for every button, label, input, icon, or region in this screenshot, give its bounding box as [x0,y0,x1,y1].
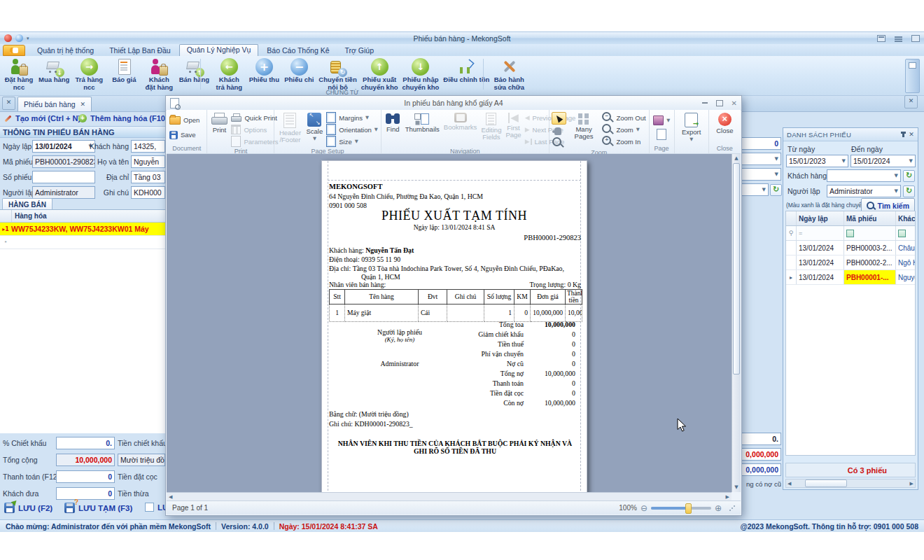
restore-window-icon[interactable] [911,35,920,42]
scroll-left-icon[interactable]: ◀ [169,494,172,500]
header-footer-button[interactable]: Header /Footer [276,111,304,144]
parameters-button[interactable]: Parameters [230,136,279,147]
discount-percent-field[interactable]: 0. [56,437,115,449]
mouse-pointer-tool[interactable] [552,112,566,125]
margins-button[interactable]: Margins▼ [325,112,370,123]
minimize-window-icon[interactable] [877,35,886,42]
bookmarks-button[interactable]: Bookmarks [442,111,479,131]
quick-print-button[interactable]: Quick Print [230,112,278,123]
hand-tool[interactable] [552,125,565,136]
scroll-up-icon[interactable]: ▲ [733,155,740,162]
goods-new-row[interactable]: * [0,236,165,249]
ribbon-button-chuyen-tien-noi-bo[interactable]: Chuyển tiền nội bộ [316,57,358,91]
find-button[interactable]: Find [383,111,403,133]
size-button[interactable]: Size▼ [325,136,359,147]
creator-filter-field[interactable]: Administrator▼ [827,185,901,197]
print-button[interactable]: Print [209,111,230,134]
refresh-icon[interactable]: ↻ [903,170,915,182]
create-new-link[interactable]: Tạo mới (Ctrl + N) [4,114,80,122]
to-date-field[interactable]: 15/01/2024▼ [850,155,916,167]
grid-filter-row[interactable]: ⚲ = [786,226,915,241]
filter-icon[interactable] [846,230,854,237]
save-temp-button[interactable]: ? LƯU TẠM (F3) [64,503,132,513]
combo-field[interactable]: ▼ [742,168,781,181]
menu-tab-nghiep-vu[interactable]: Quản Lý Nghiệp Vụ [179,44,259,56]
grid-row-1[interactable]: 13/01/2024 PBH00003-2... Châu Ng [786,241,915,255]
col-khach-hang[interactable]: Khách h [896,211,915,225]
tab-phieu-ban-hang[interactable]: Phiếu bán hàng ✕ [18,97,92,111]
save-button[interactable]: LƯU (F2) [4,503,52,513]
pin-icon[interactable] [902,132,904,137]
scroll-right-icon[interactable]: ▶ [910,481,913,486]
application-menu-button[interactable] [3,45,25,56]
ribbon-button-tra-hang-ncc[interactable]: Trả hàng ncc [71,57,106,91]
goods-row[interactable]: ▸1 WW75J4233KW, WW75J4233KW01 Máy [0,223,165,236]
zoom-out-button[interactable]: Zoom Out [601,112,647,123]
ribbon-button-phieu-thu[interactable]: Phiếu thu [246,57,281,84]
ribbon-button-bao-gia[interactable]: Báo giá [106,57,141,84]
ribbon-button-mua-hang[interactable]: ↓ Mua hàng [36,57,71,84]
open-button[interactable]: Open [168,115,201,126]
from-date-field[interactable]: 15/01/2023▼ [786,155,848,167]
combo-field[interactable]: ▼ [742,183,769,196]
zoom-in-icon[interactable]: ⊕ [715,503,722,513]
close-panel-icon[interactable]: ✕ [909,131,914,138]
refresh-icon[interactable]: ↻ [770,184,782,196]
horizontal-scrollbar[interactable]: ◀ ▶ [785,479,916,488]
orientation-button[interactable]: Orientation▼ [325,124,379,135]
note-field[interactable]: KDH000 [131,186,165,199]
ribbon-button-bao-hanh-sua-chua[interactable]: Bảo hành sửa chữa [491,57,526,91]
ribbon-button-dieu-chinh-ton[interactable]: Điều chỉnh tồn [441,57,491,84]
close-tab-group-icon[interactable]: ✕ [2,97,15,110]
ribbon-button-dat-hang-ncc[interactable]: Đặt hàng ncc [1,57,36,91]
customer-given-field[interactable]: 0 [56,487,115,500]
resize-grip-icon[interactable] [729,505,735,511]
preview-vertical-scrollbar[interactable]: ▲ ▼ [732,154,741,492]
editing-fields-button[interactable]: Editing Fields [479,111,503,141]
grid-row-2[interactable]: 13/01/2024 PBH00002-2... Ngô Hoà [786,255,915,270]
ribbon-button-phieu-xuat-chuyen-kho[interactable]: Phiếu xuất chuyển kho [359,57,400,91]
payment-field[interactable]: 0 [56,470,115,483]
magnifier-tool[interactable] [552,137,565,148]
zoom-slider[interactable] [651,507,711,510]
menu-tab-thiet-lap[interactable]: Thiết Lập Ban Đầu [102,46,178,56]
add-item-link[interactable]: + Thêm hàng hóa (F10) [78,114,168,122]
scroll-down-icon[interactable]: ▼ [733,484,740,491]
number-field[interactable] [32,171,95,183]
ribbon-button-khach-dat-hang[interactable]: Khách đặt hàng [141,57,176,91]
menu-tab-tro-giup[interactable]: Trợ Giúp [337,46,381,56]
save-button[interactable]: Save [168,130,197,141]
zoom-button[interactable]: Zoom▼ [601,124,640,135]
first-page-button[interactable]: ◀First Page [503,111,523,139]
export-button[interactable]: Export▼ [680,111,703,143]
close-tab-icon[interactable]: ✕ [80,101,86,108]
thumbnails-button[interactable]: Thumbnails [403,111,442,133]
fullname-field[interactable]: Nguyễn [131,155,165,168]
tab-hang-ban[interactable]: HÀNG BÁN [2,198,52,210]
combo-field[interactable]: ▼ [742,153,781,165]
refresh-icon[interactable]: ↻ [903,186,915,197]
checkbox-icon[interactable] [145,503,154,512]
ribbon-button-phieu-chi[interactable]: Phiếu chi [281,57,316,84]
col-ngay-lap[interactable]: Ngày lập [797,211,844,225]
scroll-thumb[interactable] [733,163,740,374]
dialog-titlebar[interactable]: In phiếu bán hàng khổ giấy A4 ✕ [166,96,741,111]
customer-field[interactable]: 14325, [131,140,165,153]
close-strip-icon[interactable]: ✕ [904,95,918,108]
scroll-thumb[interactable] [805,479,847,487]
col-ma-phieu[interactable]: Mã phiếu [844,211,896,225]
ribbon-button-phieu-nhap-chuyen-kho[interactable]: Phiếu nhập chuyển kho [400,57,442,91]
address-field[interactable]: Tầng 03 [131,171,165,183]
menu-icon[interactable] [895,36,902,41]
zoom-in-button[interactable]: Zoom In [601,136,642,147]
grid-row-3-selected[interactable]: ▸ 13/01/2024 PBH00001-... Nguyễn [786,270,915,285]
options-button[interactable]: Options [230,124,268,135]
zoom-slider-thumb[interactable] [685,503,692,514]
date-field[interactable]: 13/01/2024▼ [32,140,95,153]
menu-tab-quan-tri[interactable]: Quản trị hệ thống [30,46,101,56]
ribbon-right-panel-icon[interactable] [905,59,920,93]
customer-filter-field[interactable]: ▼ [827,169,901,182]
close-preview-button[interactable]: Close [714,111,735,134]
scale-button[interactable]: Scale▼ [304,111,326,142]
menu-tab-bao-cao[interactable]: Báo Cáo Thống Kê [260,46,336,56]
